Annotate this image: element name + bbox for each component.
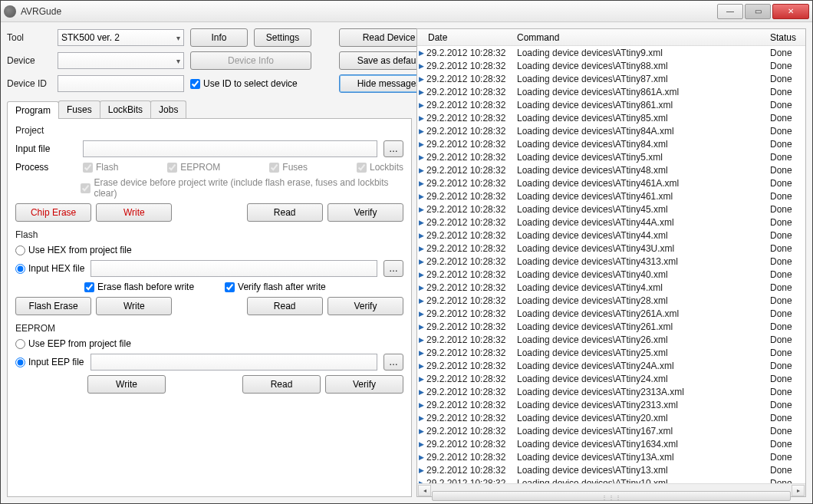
log-list[interactable]: ▶29.2.2012 10:28:32Loading device device…	[417, 46, 805, 483]
eeprom-verify-button[interactable]: Verify	[325, 375, 403, 394]
flash-input-file[interactable]	[91, 260, 377, 277]
log-row[interactable]: ▶29.2.2012 10:28:32Loading device device…	[417, 346, 805, 359]
log-row[interactable]: ▶29.2.2012 10:28:32Loading device device…	[417, 176, 805, 189]
expand-arrow-icon[interactable]: ▶	[419, 440, 426, 448]
flash-read-button[interactable]: Read	[247, 297, 323, 315]
expand-arrow-icon[interactable]: ▶	[419, 375, 426, 383]
log-header-command[interactable]: Command	[517, 32, 770, 43]
log-row[interactable]: ▶29.2.2012 10:28:32Loading device device…	[417, 437, 805, 450]
expand-arrow-icon[interactable]: ▶	[419, 310, 426, 318]
project-input-file[interactable]	[83, 140, 377, 157]
log-row[interactable]: ▶29.2.2012 10:28:32Loading device device…	[417, 463, 805, 476]
log-row[interactable]: ▶29.2.2012 10:28:32Loading device device…	[417, 137, 805, 150]
log-row[interactable]: ▶29.2.2012 10:28:32Loading device device…	[417, 398, 805, 411]
expand-arrow-icon[interactable]: ▶	[419, 232, 426, 239]
log-row[interactable]: ▶29.2.2012 10:28:32Loading device device…	[417, 46, 805, 59]
input-eep-radio[interactable]: Input EEP file	[15, 357, 84, 367]
log-row[interactable]: ▶29.2.2012 10:28:32Loading device device…	[417, 242, 805, 255]
log-row[interactable]: ▶29.2.2012 10:28:32Loading device device…	[417, 203, 805, 216]
hscroll-left-arrow[interactable]: ◂	[418, 485, 431, 496]
settings-button[interactable]: Settings	[254, 28, 311, 47]
log-header-status[interactable]: Status	[770, 32, 805, 43]
log-row[interactable]: ▶29.2.2012 10:28:32Loading device device…	[417, 307, 805, 320]
expand-arrow-icon[interactable]: ▶	[419, 127, 426, 135]
eeprom-input-file[interactable]	[91, 354, 378, 371]
device-id-input[interactable]	[58, 75, 184, 92]
log-row[interactable]: ▶29.2.2012 10:28:32Loading device device…	[417, 359, 805, 372]
tab-lockbits[interactable]: LockBits	[100, 100, 151, 118]
info-button[interactable]: Info	[190, 28, 248, 47]
log-row[interactable]: ▶29.2.2012 10:28:32Loading device device…	[417, 372, 805, 385]
expand-arrow-icon[interactable]: ▶	[419, 166, 426, 174]
use-id-check-input[interactable]	[190, 79, 200, 89]
log-row[interactable]: ▶29.2.2012 10:28:32Loading device device…	[417, 476, 805, 483]
log-row[interactable]: ▶29.2.2012 10:28:32Loading device device…	[417, 111, 805, 124]
flash-verify-button[interactable]: Verify	[328, 297, 403, 315]
chip-erase-button[interactable]: Chip Erase	[15, 203, 91, 222]
tab-fuses[interactable]: Fuses	[58, 100, 100, 118]
expand-arrow-icon[interactable]: ▶	[419, 62, 426, 70]
log-row[interactable]: ▶29.2.2012 10:28:32Loading device device…	[417, 294, 805, 307]
log-row[interactable]: ▶29.2.2012 10:28:32Loading device device…	[417, 216, 805, 229]
erase-before-project-check[interactable]: Erase device before project write (inclu…	[81, 177, 403, 199]
expand-arrow-icon[interactable]: ▶	[419, 401, 426, 409]
hscroll-thumb[interactable]: ⋮⋮⋮	[432, 491, 791, 501]
verify-flash-after-check[interactable]: Verify flash after write	[225, 282, 326, 292]
close-button[interactable]: ✕	[772, 4, 809, 19]
input-hex-radio[interactable]: Input HEX file	[15, 263, 84, 274]
expand-arrow-icon[interactable]: ▶	[419, 349, 426, 357]
log-row[interactable]: ▶29.2.2012 10:28:32Loading device device…	[417, 189, 805, 203]
maximize-button[interactable]: ▭	[745, 4, 771, 19]
log-row[interactable]: ▶29.2.2012 10:28:32Loading device device…	[417, 320, 805, 333]
log-row[interactable]: ▶29.2.2012 10:28:32Loading device device…	[417, 98, 805, 111]
expand-arrow-icon[interactable]: ▶	[419, 49, 426, 57]
flash-erase-button[interactable]: Flash Erase	[15, 297, 91, 315]
expand-arrow-icon[interactable]: ▶	[419, 101, 426, 109]
log-row[interactable]: ▶29.2.2012 10:28:32Loading device device…	[417, 229, 805, 242]
expand-arrow-icon[interactable]: ▶	[419, 75, 426, 83]
log-row[interactable]: ▶29.2.2012 10:28:32Loading device device…	[417, 72, 805, 85]
project-browse-button[interactable]: …	[383, 140, 403, 157]
eeprom-browse-button[interactable]: …	[383, 354, 403, 371]
log-row[interactable]: ▶29.2.2012 10:28:32Loading device device…	[417, 150, 805, 163]
project-read-button[interactable]: Read	[247, 203, 323, 222]
flash-browse-button[interactable]: …	[383, 260, 403, 277]
log-row[interactable]: ▶29.2.2012 10:28:32Loading device device…	[417, 163, 805, 176]
log-row[interactable]: ▶29.2.2012 10:28:32Loading device device…	[417, 268, 805, 281]
expand-arrow-icon[interactable]: ▶	[419, 388, 426, 396]
process-lockbits-check[interactable]: Lockbits	[357, 162, 403, 173]
expand-arrow-icon[interactable]: ▶	[419, 284, 426, 292]
use-eep-project-radio[interactable]: Use EEP from project file	[15, 338, 403, 349]
expand-arrow-icon[interactable]: ▶	[419, 297, 426, 305]
log-row[interactable]: ▶29.2.2012 10:28:32Loading device device…	[417, 85, 805, 98]
log-row[interactable]: ▶29.2.2012 10:28:32Loading device device…	[417, 124, 805, 137]
eeprom-read-button[interactable]: Read	[242, 375, 321, 394]
tab-program[interactable]: Program	[7, 101, 59, 119]
log-row[interactable]: ▶29.2.2012 10:28:32Loading device device…	[417, 333, 805, 346]
expand-arrow-icon[interactable]: ▶	[419, 193, 426, 200]
expand-arrow-icon[interactable]: ▶	[419, 271, 426, 278]
expand-arrow-icon[interactable]: ▶	[419, 414, 426, 422]
process-flash-check[interactable]: Flash	[83, 162, 118, 173]
log-header-date[interactable]: Date	[428, 32, 517, 43]
expand-arrow-icon[interactable]: ▶	[419, 323, 426, 331]
expand-arrow-icon[interactable]: ▶	[419, 153, 426, 161]
log-row[interactable]: ▶29.2.2012 10:28:32Loading device device…	[417, 385, 805, 398]
log-row[interactable]: ▶29.2.2012 10:28:32Loading device device…	[417, 411, 805, 424]
minimize-button[interactable]: —	[717, 4, 743, 19]
expand-arrow-icon[interactable]: ▶	[419, 427, 426, 435]
expand-arrow-icon[interactable]: ▶	[419, 206, 426, 213]
log-row[interactable]: ▶29.2.2012 10:28:32Loading device device…	[417, 450, 805, 463]
log-row[interactable]: ▶29.2.2012 10:28:32Loading device device…	[417, 281, 805, 294]
log-hscrollbar[interactable]: ◂ ⋮⋮⋮ ▸	[417, 483, 805, 496]
hscroll-right-arrow[interactable]: ▸	[792, 485, 805, 496]
eeprom-write-button[interactable]: Write	[87, 375, 166, 394]
process-eeprom-check[interactable]: EEPROM	[167, 162, 220, 173]
expand-arrow-icon[interactable]: ▶	[419, 466, 426, 474]
expand-arrow-icon[interactable]: ▶	[419, 219, 426, 226]
expand-arrow-icon[interactable]: ▶	[419, 114, 426, 122]
expand-arrow-icon[interactable]: ▶	[419, 258, 426, 265]
expand-arrow-icon[interactable]: ▶	[419, 180, 426, 187]
use-hex-project-radio[interactable]: Use HEX from project file	[15, 245, 403, 255]
expand-arrow-icon[interactable]: ▶	[419, 336, 426, 344]
